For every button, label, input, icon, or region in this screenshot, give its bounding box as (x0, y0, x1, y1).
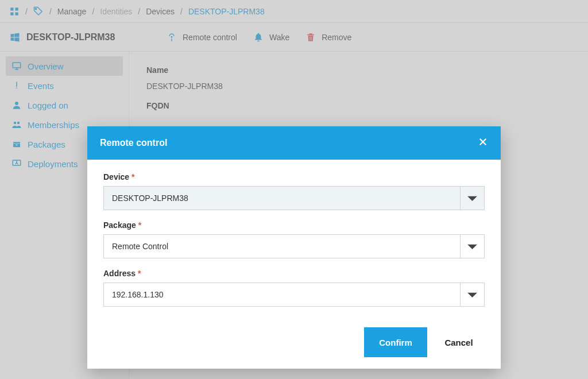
chevron-down-icon[interactable] (460, 187, 484, 210)
modal-footer: Confirm Cancel (87, 322, 501, 369)
modal-body: Device * DESKTOP-JLPRM38 Package * Remot… (87, 160, 501, 322)
address-dropdown[interactable]: 192.168.1.130 (103, 283, 485, 307)
modal-header: Remote control (87, 126, 501, 160)
modal-overlay: Remote control Device * DESKTOP-JLPRM38 (0, 0, 588, 379)
confirm-button[interactable]: Confirm (364, 327, 427, 357)
device-label: Device * (103, 172, 485, 181)
modal-title: Remote control (100, 138, 167, 148)
form-group-address: Address * 192.168.1.130 (103, 269, 485, 307)
cancel-button[interactable]: Cancel (427, 327, 490, 357)
address-dropdown-value: 192.168.1.130 (104, 283, 460, 306)
device-dropdown-value: DESKTOP-JLPRM38 (104, 187, 460, 210)
package-dropdown[interactable]: Remote Control (103, 234, 485, 258)
remote-control-modal: Remote control Device * DESKTOP-JLPRM38 (87, 126, 501, 369)
package-dropdown-value: Remote Control (104, 235, 460, 258)
address-label: Address * (103, 269, 485, 278)
close-icon[interactable] (478, 137, 488, 150)
form-group-package: Package * Remote Control (103, 221, 485, 258)
device-dropdown[interactable]: DESKTOP-JLPRM38 (103, 186, 485, 210)
form-group-device: Device * DESKTOP-JLPRM38 (103, 172, 485, 210)
chevron-down-icon[interactable] (460, 283, 484, 306)
chevron-down-icon[interactable] (460, 235, 484, 258)
package-label: Package * (103, 221, 485, 230)
